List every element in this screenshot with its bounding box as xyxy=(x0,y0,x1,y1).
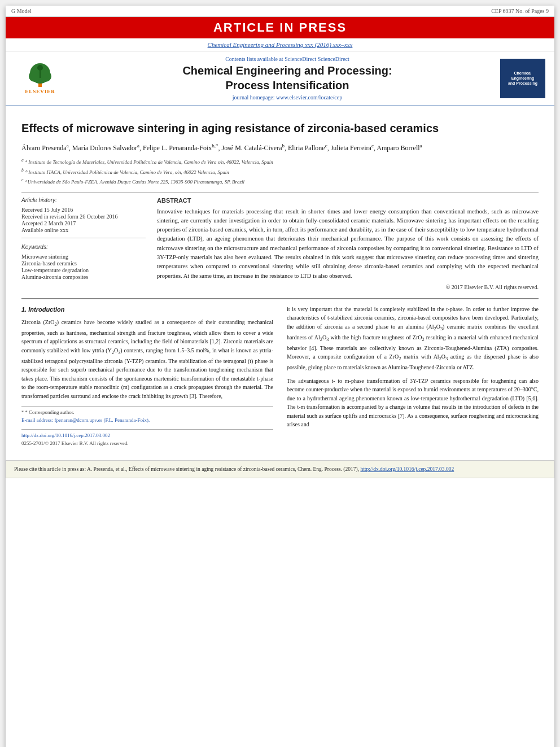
revised-date: Received in revised form 26 October 2016 xyxy=(21,213,146,220)
homepage-url[interactable]: www.elsevier.com/locate/cep xyxy=(276,94,342,101)
article-title: Effects of microwave sintering in aging … xyxy=(21,121,539,136)
keywords-section: Keywords: Microwave sintering Zirconia-b… xyxy=(21,244,146,280)
keyword-3: Low-temperature degradation xyxy=(21,267,146,273)
cep-number: CEP 6937 No. of Pages 9 xyxy=(491,8,549,14)
footnote-section: * * Corresponding author. E-mail address… xyxy=(21,406,273,425)
journal-link-bar: Chemical Engineering and Processing xxx … xyxy=(6,38,554,51)
cover-title: ChemicalEngineeringand Processing xyxy=(508,71,537,86)
available-online: Available online xxx xyxy=(21,227,146,233)
homepage-label: journal homepage: xyxy=(233,94,275,101)
body-col-right: it is very important that the material i… xyxy=(287,305,539,448)
cite-bar: Please cite this article in press as: A.… xyxy=(6,460,554,478)
cite-url[interactable]: http://dx.doi.org/10.1016/j.cep.2017.03.… xyxy=(360,466,454,472)
top-banner: G Model CEP 6937 No. of Pages 9 xyxy=(6,6,554,17)
journal-title-center: Contents lists available at ScienceDirec… xyxy=(75,56,500,101)
accepted-date: Accepted 2 March 2017 xyxy=(21,220,146,226)
journal-title-line2: Process Intensification xyxy=(226,79,349,91)
intro-para-1-right: it is very important that the material i… xyxy=(287,305,539,372)
keyword-2: Zirconia-based ceramics xyxy=(21,260,146,267)
main-content: Effects of microwave sintering in aging … xyxy=(6,106,554,455)
svg-point-3 xyxy=(40,71,51,82)
svg-point-4 xyxy=(37,65,43,71)
footnote-star: * * Corresponding author. xyxy=(21,409,273,417)
received-date: Received 15 July 2016 xyxy=(21,207,146,213)
journal-title-line1: Chemical Engineering and Processing: xyxy=(182,64,392,77)
keywords-header: Keywords: xyxy=(21,244,146,250)
page: G Model CEP 6937 No. of Pages 9 ARTICLE … xyxy=(6,6,554,747)
doi-url[interactable]: http://dx.doi.org/10.1016/j.cep.2017.03.… xyxy=(21,432,273,440)
keyword-4: Alumina-zirconia composites xyxy=(21,274,146,280)
footnote-email: E-mail address: fpenaran@dcom.upv.es (F.… xyxy=(21,417,273,425)
two-col-body: 1. Introduction Zirconia (ZrO2) ceramics… xyxy=(21,305,539,448)
abstract-text: Innovative techniques for materials proc… xyxy=(157,207,539,281)
article-in-press-bar: ARTICLE IN PRESS xyxy=(6,17,554,38)
elsevier-tree-icon xyxy=(26,62,54,88)
divider-1 xyxy=(21,192,539,193)
intro-section-title: 1. Introduction xyxy=(21,305,273,314)
affiliation-c: c ᶜ Universidade de São Paulo-FZEA, Aven… xyxy=(21,177,539,186)
journal-main-title: Chemical Engineering and Processing: Pro… xyxy=(75,63,500,93)
journal-homepage: journal homepage: www.elsevier.com/locat… xyxy=(75,94,500,101)
body-col-left: 1. Introduction Zirconia (ZrO2) ceramics… xyxy=(21,305,273,448)
body-section: 1. Introduction Zirconia (ZrO2) ceramics… xyxy=(21,298,539,448)
article-in-press-text: ARTICLE IN PRESS xyxy=(213,20,347,34)
abstract-column: ABSTRACT Innovative techniques for mater… xyxy=(157,197,539,290)
affiliations: a ᵃ Instituto de Tecnología de Materiale… xyxy=(21,157,539,186)
elsevier-logo: ELSEVIER xyxy=(15,59,65,98)
article-info-column: Article history: Received 15 July 2016 R… xyxy=(21,197,146,290)
contents-text: Contents lists available at ScienceDirec… xyxy=(225,56,316,62)
contents-line: Contents lists available at ScienceDirec… xyxy=(75,56,500,62)
doi-section: http://dx.doi.org/10.1016/j.cep.2017.03.… xyxy=(21,429,273,448)
intro-para-2-right: The advantageous t- to m-phase transform… xyxy=(287,377,539,429)
doi-issn: 0255-2701/© 2017 Elsevier B.V. All right… xyxy=(21,440,273,448)
journal-link-text[interactable]: Chemical Engineering and Processing xxx … xyxy=(208,41,353,48)
journal-cover-image: ChemicalEngineeringand Processing xyxy=(500,59,545,98)
journal-header: ELSEVIER Contents lists available at Sci… xyxy=(6,51,554,106)
cite-text: Please cite this article in press as: A.… xyxy=(14,466,359,472)
svg-point-2 xyxy=(29,71,40,82)
affiliation-b: b ᵇ Instituto ITACA, Universidad Politéc… xyxy=(21,167,539,177)
g-model: G Model xyxy=(11,8,32,14)
divider-keywords xyxy=(21,238,146,238)
intro-para-1-left: Zirconia (ZrO2) ceramics have become wid… xyxy=(21,318,273,400)
authors: Álvaro Presendaa, María Dolores Salvador… xyxy=(21,142,539,154)
article-info-header: Article history: xyxy=(21,197,146,203)
article-info-abstract: Article history: Received 15 July 2016 R… xyxy=(21,197,539,290)
sciencedirect-link[interactable]: ScienceDirect xyxy=(318,56,349,62)
keyword-1: Microwave sintering xyxy=(21,254,146,260)
copyright: © 2017 Elsevier B.V. All rights reserved… xyxy=(157,284,539,290)
affiliation-a: a ᵃ Instituto de Tecnología de Materiale… xyxy=(21,157,539,167)
elsevier-text: ELSEVIER xyxy=(25,89,55,94)
abstract-header: ABSTRACT xyxy=(157,197,539,204)
